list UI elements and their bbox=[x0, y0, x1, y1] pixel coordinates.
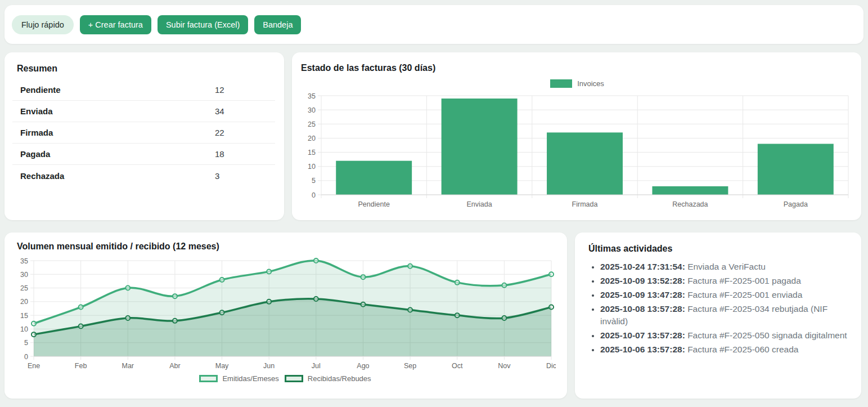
svg-text:25: 25 bbox=[308, 120, 316, 128]
line-chart-legend: Emitidas/Emeses Recibidas/Rebudes bbox=[12, 374, 558, 383]
summary-table: Pendiente 12 Enviada 34 Firmada 22 Pagad… bbox=[12, 79, 275, 186]
summary-title: Resumen bbox=[12, 64, 275, 74]
toolbar: Flujo rápido + Crear factura Subir factu… bbox=[5, 5, 863, 44]
summary-card: Resumen Pendiente 12 Enviada 34 Firmada … bbox=[5, 52, 284, 220]
status-count: 3 bbox=[215, 171, 219, 181]
activity-timestamp: 2025-10-09 13:47:28: bbox=[600, 290, 685, 299]
status-count: 12 bbox=[215, 85, 224, 95]
create-invoice-button[interactable]: + Crear factura bbox=[80, 15, 151, 34]
svg-text:May: May bbox=[215, 362, 229, 370]
legend-label: Emitidas/Emeses bbox=[222, 374, 278, 383]
svg-text:Feb: Feb bbox=[75, 362, 87, 370]
activities-list: 2025-10-24 17:31:54: Enviada a VeriFactu… bbox=[588, 261, 848, 356]
svg-text:Dic: Dic bbox=[546, 362, 556, 370]
inbox-button[interactable]: Bandeja bbox=[254, 15, 301, 34]
svg-text:20: 20 bbox=[308, 135, 316, 142]
svg-text:Firmada: Firmada bbox=[572, 200, 598, 208]
status-count: 18 bbox=[215, 149, 224, 159]
svg-text:Pendiente: Pendiente bbox=[358, 200, 390, 208]
activity-timestamp: 2025-10-07 13:57:28: bbox=[600, 330, 685, 340]
svg-text:30: 30 bbox=[20, 271, 28, 279]
status-count: 34 bbox=[215, 106, 224, 116]
svg-text:Sep: Sep bbox=[404, 362, 416, 370]
svg-text:35: 35 bbox=[20, 257, 28, 265]
table-row: Rechazada 3 bbox=[12, 165, 275, 186]
list-item: 2025-10-07 13:57:28: Factura #F-2025-050… bbox=[600, 329, 848, 342]
activity-text: Factura #F-2025-001 pagada bbox=[687, 276, 801, 285]
svg-text:15: 15 bbox=[308, 149, 316, 156]
svg-text:0: 0 bbox=[24, 353, 28, 361]
svg-text:10: 10 bbox=[20, 325, 28, 333]
activity-timestamp: 2025-10-09 13:52:28: bbox=[600, 276, 685, 285]
activity-text: Enviada a VeriFactu bbox=[687, 262, 766, 271]
activity-timestamp: 2025-10-08 13:57:28: bbox=[600, 304, 685, 314]
activity-timestamp: 2025-10-06 13:57:28: bbox=[600, 345, 685, 354]
legend-swatch-icon bbox=[199, 375, 218, 382]
status-label: Pagada bbox=[20, 149, 50, 159]
recent-activities-card: Últimas actividades 2025-10-24 17:31:54:… bbox=[575, 232, 861, 399]
legend-item-emitidas[interactable]: Emitidas/Emeses bbox=[199, 374, 278, 383]
status-label: Rechazada bbox=[20, 171, 64, 181]
status-label: Pendiente bbox=[20, 85, 61, 95]
list-item: 2025-10-24 17:31:54: Enviada a VeriFactu bbox=[600, 261, 848, 273]
svg-text:30: 30 bbox=[308, 106, 316, 114]
status-count: 22 bbox=[215, 128, 224, 137]
legend-label: Invoices bbox=[577, 79, 604, 88]
table-row: Firmada 22 bbox=[12, 122, 275, 144]
status-label: Firmada bbox=[20, 128, 53, 137]
line-chart-title: Volumen mensual emitido / recibido (12 m… bbox=[12, 241, 558, 252]
svg-text:Jun: Jun bbox=[263, 362, 275, 370]
table-row: Enviada 34 bbox=[12, 101, 275, 122]
svg-text:5: 5 bbox=[24, 339, 28, 347]
svg-text:Ene: Ene bbox=[28, 362, 40, 370]
quick-flow-pill[interactable]: Flujo rápido bbox=[12, 15, 74, 34]
svg-text:Abr: Abr bbox=[169, 362, 180, 370]
list-item: 2025-10-09 13:52:28: Factura #F-2025-001… bbox=[600, 275, 848, 287]
legend-item-recibidas[interactable]: Recibidas/Rebudes bbox=[285, 374, 371, 383]
list-item: 2025-10-08 13:57:28: Factura #F-2025-034… bbox=[600, 303, 848, 328]
invoice-status-chart-card: Estado de las facturas (30 días) Invoice… bbox=[292, 52, 861, 220]
svg-text:Enviada: Enviada bbox=[467, 200, 492, 208]
svg-text:5: 5 bbox=[312, 177, 316, 185]
svg-text:35: 35 bbox=[308, 92, 316, 100]
status-label: Enviada bbox=[20, 106, 53, 116]
legend-swatch-icon bbox=[285, 375, 303, 382]
svg-text:10: 10 bbox=[308, 163, 316, 171]
list-item: 2025-10-09 13:47:28: Factura #F-2025-001… bbox=[600, 289, 848, 301]
svg-text:15: 15 bbox=[20, 312, 28, 320]
activity-text: Factura #F-2025-050 signada digitalment bbox=[687, 330, 847, 340]
table-row: Pagada 18 bbox=[12, 144, 275, 165]
invoices-bar-chart: 05101520253035PendienteEnviadaFirmadaRec… bbox=[301, 91, 853, 211]
monthly-volume-line-chart: 05101520253035EneFebMarAbrMayJunJulAgoSe… bbox=[12, 256, 558, 372]
svg-text:Oct: Oct bbox=[452, 362, 463, 370]
svg-text:Pagada: Pagada bbox=[784, 200, 808, 208]
list-item: 2025-10-06 13:57:28: Factura #F-2025-060… bbox=[600, 343, 848, 356]
activity-text: Factura #F-2025-060 creada bbox=[687, 345, 798, 354]
svg-text:Ago: Ago bbox=[357, 362, 369, 370]
legend-swatch-icon bbox=[550, 79, 572, 88]
svg-text:Rechazada: Rechazada bbox=[672, 200, 708, 208]
svg-text:Nov: Nov bbox=[498, 362, 511, 370]
bar-chart-legend-invoices[interactable]: Invoices bbox=[301, 79, 853, 88]
svg-text:25: 25 bbox=[20, 284, 28, 292]
legend-label: Recibidas/Rebudes bbox=[308, 374, 371, 383]
bar-chart-title: Estado de las facturas (30 días) bbox=[301, 63, 853, 73]
svg-text:0: 0 bbox=[312, 191, 316, 199]
svg-text:Mar: Mar bbox=[122, 362, 134, 370]
activity-text: Factura #F-2025-001 enviada bbox=[687, 290, 802, 299]
table-row: Pendiente 12 bbox=[12, 79, 275, 101]
upload-invoice-excel-button[interactable]: Subir factura (Excel) bbox=[158, 15, 248, 34]
monthly-volume-chart-card: Volumen mensual emitido / recibido (12 m… bbox=[5, 232, 567, 399]
svg-text:Jul: Jul bbox=[312, 362, 321, 370]
activity-timestamp: 2025-10-24 17:31:54: bbox=[600, 262, 685, 271]
top-row: Resumen Pendiente 12 Enviada 34 Firmada … bbox=[5, 52, 863, 220]
bottom-row: Volumen mensual emitido / recibido (12 m… bbox=[5, 232, 863, 399]
activities-title: Últimas actividades bbox=[588, 244, 848, 254]
svg-text:20: 20 bbox=[20, 298, 28, 306]
